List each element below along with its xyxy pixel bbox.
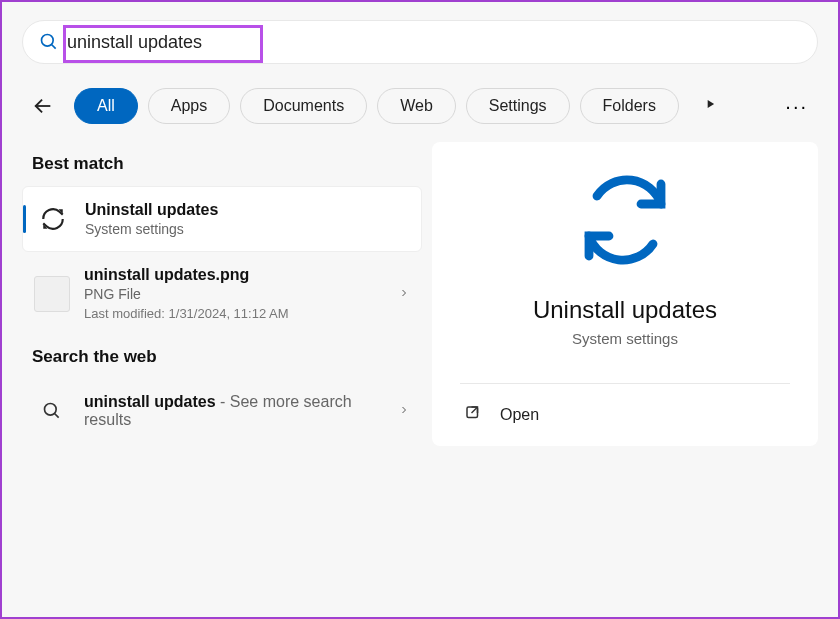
filter-web[interactable]: Web <box>377 88 456 124</box>
svg-point-3 <box>45 404 57 416</box>
svg-line-4 <box>55 414 59 418</box>
filter-folders[interactable]: Folders <box>580 88 679 124</box>
filter-documents[interactable]: Documents <box>240 88 367 124</box>
result-meta: Last modified: 1/31/2024, 11:12 AM <box>84 306 398 321</box>
open-external-icon <box>464 404 482 426</box>
result-title: Uninstall updates <box>85 201 409 219</box>
more-options-button[interactable]: ··· <box>775 89 818 124</box>
refresh-icon <box>35 201 71 237</box>
search-icon <box>39 32 59 52</box>
search-icon <box>34 393 70 429</box>
filter-apps[interactable]: Apps <box>148 88 230 124</box>
result-subtitle: System settings <box>85 221 409 237</box>
results-panel: Best match Uninstall updates System sett… <box>2 142 432 446</box>
result-file-png[interactable]: uninstall updates.png PNG File Last modi… <box>22 252 422 335</box>
chevron-right-icon <box>398 286 410 302</box>
search-web-header: Search the web <box>22 335 422 379</box>
search-bar <box>22 20 818 64</box>
back-button[interactable] <box>22 89 64 123</box>
best-match-header: Best match <box>22 142 422 186</box>
filter-row: All Apps Documents Web Settings Folders … <box>22 88 818 124</box>
search-highlight <box>63 25 263 63</box>
filter-all[interactable]: All <box>74 88 138 124</box>
more-filters-button[interactable] <box>697 91 723 121</box>
result-title: uninstall updates.png <box>84 266 398 284</box>
open-action[interactable]: Open <box>432 384 818 446</box>
result-web-search[interactable]: uninstall updates - See more search resu… <box>22 379 422 443</box>
svg-line-1 <box>52 45 56 49</box>
detail-panel: Uninstall updates System settings Open <box>432 142 818 446</box>
detail-refresh-icon <box>432 172 818 268</box>
arrow-left-icon <box>32 95 54 117</box>
svg-line-6 <box>472 407 478 413</box>
result-uninstall-updates[interactable]: Uninstall updates System settings <box>22 186 422 252</box>
chevron-right-icon <box>398 403 410 419</box>
detail-title: Uninstall updates <box>432 296 818 324</box>
filter-settings[interactable]: Settings <box>466 88 570 124</box>
result-subtitle: PNG File <box>84 286 398 302</box>
file-thumbnail-icon <box>34 276 70 312</box>
triangle-right-icon <box>703 97 717 111</box>
svg-point-0 <box>42 35 54 47</box>
open-label: Open <box>500 406 539 424</box>
detail-subtitle: System settings <box>432 330 818 347</box>
result-title: uninstall updates - See more search resu… <box>84 393 398 429</box>
